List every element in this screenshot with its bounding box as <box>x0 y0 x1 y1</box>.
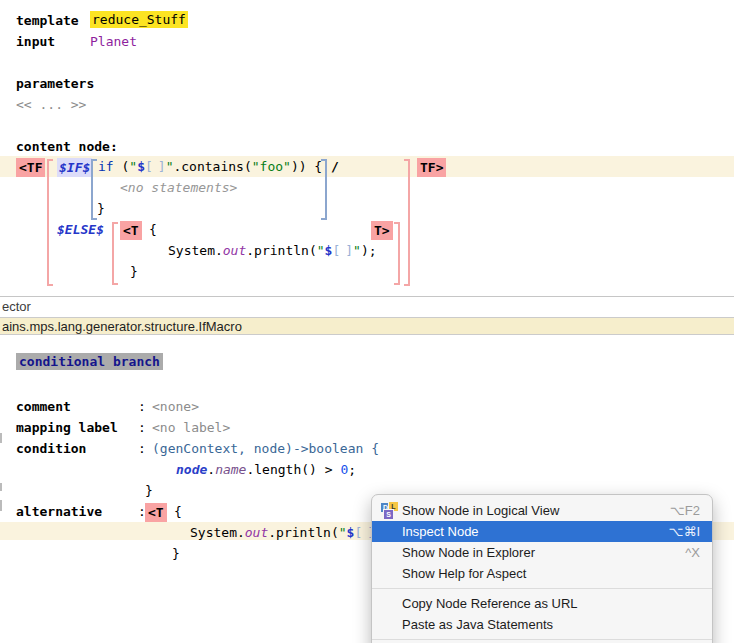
logical-view-icon: D L S <box>381 502 398 519</box>
parameters-empty-cell[interactable]: << ... >> <box>16 96 86 113</box>
menu-item-label: Show Node in Logical View <box>402 503 559 518</box>
condition-body-cell[interactable]: node.name.length() > 0; <box>176 461 356 478</box>
breadcrumb-text: ains.mps.lang.generator.structure.IfMacr… <box>2 319 242 334</box>
if-close-brace[interactable]: } <box>97 200 105 217</box>
panel-divider <box>0 296 734 297</box>
tf-macro-close[interactable]: TF> <box>417 158 446 177</box>
edge-mark-decoration <box>0 483 2 491</box>
mapping-label-value-cell[interactable]: <no label> <box>152 419 230 436</box>
menu-item-inspect-node[interactable]: Inspect Node ⌥⌘I <box>372 521 712 542</box>
colon: : <box>138 419 146 436</box>
colon: : <box>138 398 146 415</box>
menu-item-label: Copy Node Reference as URL <box>402 596 578 611</box>
bracket-decoration <box>321 159 327 220</box>
menu-item-show-help-for-aspect[interactable]: Show Help for Aspect <box>372 563 712 584</box>
if-macro-cell[interactable]: $IF$ <box>57 158 92 177</box>
menu-item-label: Paste as Java Statements <box>402 617 553 632</box>
edge-mark-decoration <box>0 500 2 511</box>
template-name-cell[interactable]: reduce_Stuff <box>90 11 188 28</box>
template-name-highlight[interactable]: reduce_Stuff <box>90 11 188 28</box>
empty-cell-open[interactable]: [ <box>145 159 153 174</box>
else-open-brace[interactable]: { <box>149 221 157 238</box>
bracket-decoration <box>394 222 400 285</box>
else-macro-cell[interactable]: $ELSE$ <box>57 221 104 238</box>
menu-separator <box>372 588 712 589</box>
if-statement-cell[interactable]: if ("$[]".contains("foo")) { <box>98 158 322 175</box>
node-context-menu: D L S Show Node in Logical View ⌥F2 Insp… <box>371 494 713 643</box>
no-statements-cell[interactable]: <no statements> <box>120 179 237 196</box>
condition-close-brace[interactable]: } <box>145 482 153 499</box>
menu-item-shortcut: ^X <box>685 545 700 560</box>
println-statement-cell[interactable]: System.out.println("$[]"); <box>168 242 377 259</box>
tf-macro-open[interactable]: <TF <box>16 158 45 177</box>
condition-label: condition <box>16 440 86 457</box>
alternative-label: alternative <box>16 503 102 520</box>
slash-cell[interactable]: / <box>331 158 339 175</box>
t-macro-close[interactable]: T> <box>371 221 393 240</box>
alt-t-macro-open[interactable]: <T <box>145 503 167 522</box>
menu-item-shortcut: ⌥F2 <box>670 503 700 518</box>
else-close-brace[interactable]: } <box>130 263 138 280</box>
input-label: input <box>16 33 55 50</box>
alt-println-statement-cell[interactable]: System.out.println("$[]"); <box>190 524 399 541</box>
mps-editor-window: template reduce_Stuff input Planet param… <box>0 0 734 643</box>
content-node-label: content node: <box>16 138 118 155</box>
menu-separator <box>372 639 712 640</box>
alt-open-brace[interactable]: { <box>174 503 182 520</box>
inspector-breadcrumb[interactable]: ains.mps.lang.generator.structure.IfMacr… <box>0 317 734 335</box>
bracket-decoration <box>112 222 118 285</box>
inspector-panel-title: ector <box>2 299 31 314</box>
menu-item-copy-node-reference-as-url[interactable]: Copy Node Reference as URL <box>372 593 712 614</box>
menu-item-label: Inspect Node <box>402 524 479 539</box>
comment-label: comment <box>16 398 71 415</box>
menu-item-show-node-in-logical-view[interactable]: D L S Show Node in Logical View ⌥F2 <box>372 500 712 521</box>
comment-value-cell[interactable]: <none> <box>152 398 199 415</box>
colon: : <box>138 440 146 457</box>
selected-node-cell[interactable]: conditional branch <box>16 353 163 370</box>
menu-item-show-node-in-explorer[interactable]: Show Node in Explorer ^X <box>372 542 712 563</box>
alt-close-brace[interactable]: } <box>172 545 180 562</box>
menu-item-shortcut: ⌥⌘I <box>668 524 700 539</box>
template-label: template <box>16 12 79 29</box>
input-value-cell[interactable]: Planet <box>90 33 137 50</box>
menu-item-paste-as-java-statements[interactable]: Paste as Java Statements <box>372 614 712 635</box>
t-macro-open[interactable]: <T <box>120 221 142 240</box>
menu-item-label: Show Help for Aspect <box>402 566 526 581</box>
bracket-decoration <box>91 159 97 220</box>
bracket-decoration <box>404 159 410 286</box>
condition-header-cell[interactable]: (genContext, node)->boolean { <box>152 440 379 457</box>
bracket-decoration <box>47 159 53 286</box>
parameters-label: parameters <box>16 75 94 92</box>
menu-item-label: Show Node in Explorer <box>402 545 535 560</box>
mapping-label-label: mapping label <box>16 419 118 436</box>
edge-mark-decoration <box>0 433 2 443</box>
empty-cell-close: ] <box>158 159 166 174</box>
